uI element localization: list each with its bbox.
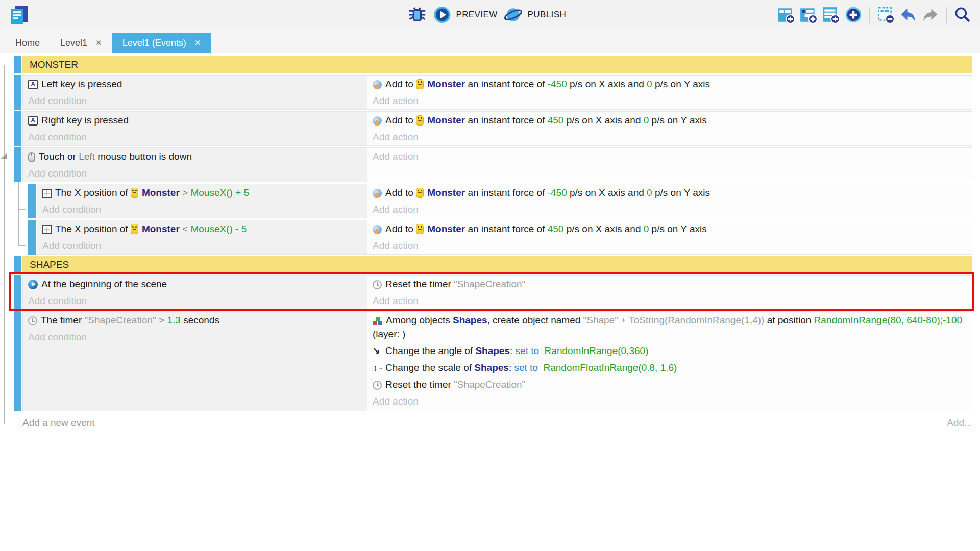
add-condition-button[interactable]: Add condition [23,92,367,109]
add-event-button[interactable] [777,6,795,24]
event-drag-bar[interactable] [14,311,21,411]
actions-cell[interactable]: Add to Monster an instant force of -450 … [368,184,972,218]
event-drag-bar[interactable] [14,256,21,273]
conditions-cell[interactable]: Touch or Left mouse button is down Add c… [23,148,368,182]
action-text[interactable]: Add to Monster an instant force of -450 … [368,76,972,92]
collapse-expander-icon[interactable] [1,153,7,159]
condition-text[interactable]: Touch or Left mouse button is down [23,148,367,165]
tab-close-icon[interactable]: ✕ [95,38,102,47]
actions-cell[interactable]: Among objects Shapes, create object name… [368,312,972,411]
action-text[interactable]: Among objects Shapes, create object name… [368,312,972,342]
angle-icon [373,347,382,356]
add-condition-button[interactable]: Add condition [23,129,367,145]
condition-text[interactable]: Left key is pressed [23,76,367,92]
event-timer-shapecreation: The timer "ShapeCreation" > 1.3 seconds … [14,311,972,411]
add-subevent-button[interactable] [799,6,818,24]
conditions-cell[interactable]: The X position of Monster > MouseX() + 5… [37,184,368,218]
event-drag-bar[interactable] [14,275,21,310]
add-subevent-icon [799,6,818,24]
condition-text[interactable]: The timer "ShapeCreation" > 1.3 seconds [23,312,367,329]
actions-cell[interactable]: Reset the timer "ShapeCreation" Add acti… [368,276,972,309]
publish-button[interactable]: PUBLISH [504,5,567,24]
condition-text[interactable]: The X position of Monster > MouseX() + 5 [37,184,367,201]
action-text[interactable]: Add to Monster an instant force of -450 … [368,184,972,201]
add-action-button[interactable]: Add action [368,237,972,254]
tab-bar: Home Level1 ✕ Level1 (Events) ✕ [0,29,980,53]
tree-line [4,65,5,424]
tab-label: Level1 [60,38,87,48]
add-action-button[interactable]: Add action [368,393,972,410]
event-drag-bar[interactable] [14,56,21,73]
tab-close-icon[interactable]: ✕ [194,38,201,47]
delete-selection-button[interactable] [876,6,895,24]
action-text[interactable]: Change the angle of Shapes: set to Rando… [368,342,972,359]
add-action-button[interactable]: Add action [368,292,972,309]
event-drag-bar[interactable] [28,220,36,255]
action-text[interactable]: Add to Monster an instant force of 450 p… [368,220,972,237]
redo-button[interactable] [921,6,940,24]
search-button[interactable] [953,6,972,24]
debug-button[interactable] [407,5,427,24]
add-action-button[interactable]: Add action [368,92,972,109]
pos-icon [42,225,52,234]
condition-text[interactable]: Right key is pressed [23,112,367,129]
app-logo[interactable] [8,4,30,26]
actions-cell[interactable]: Add to Monster an instant force of 450 p… [368,112,972,145]
add-action-button[interactable]: Add action [368,201,972,218]
force-icon [373,189,382,198]
search-icon [953,6,972,24]
group-header-shapes[interactable]: SHAPES [14,256,972,273]
add-condition-button[interactable]: Add condition [37,201,367,218]
timer-icon [28,316,37,325]
conditions-cell[interactable]: Left key is pressed Add condition [23,76,368,109]
add-more-link[interactable]: Add... [947,417,972,429]
add-new-event-button[interactable]: Add a new event [22,417,95,429]
action-text[interactable]: Change the scale of Shapes: set to Rando… [368,359,972,376]
timer-icon [373,381,382,390]
add-condition-button[interactable]: Add condition [23,292,367,309]
tree-tick [4,424,10,424]
condition-text[interactable]: The X position of Monster < MouseX() - 5 [37,220,367,237]
tab-level1-scene[interactable]: Level1 ✕ [50,33,112,53]
action-text[interactable]: Add to Monster an instant force of 450 p… [368,112,972,129]
event-drag-bar[interactable] [14,75,21,110]
event-drag-bar[interactable] [28,184,36,218]
tree-tick [4,320,10,320]
actions-cell[interactable]: Add to Monster an instant force of 450 p… [368,220,972,254]
force-icon [373,80,382,89]
add-comment-icon [822,6,840,24]
key-icon [28,116,38,126]
actions-cell[interactable]: Add action [368,148,972,182]
condition-text[interactable]: At the beginning of the scene [23,276,367,292]
conditions-cell[interactable]: At the beginning of the scene Add condit… [23,276,368,309]
subtree-line [18,182,19,245]
preview-button[interactable]: PREVIEW [433,6,497,24]
add-condition-button[interactable]: Add condition [37,237,367,254]
subevent-xpos-less: The X position of Monster < MouseX() - 5… [28,220,972,255]
pos-icon [42,189,52,198]
add-more-button[interactable] [844,6,863,24]
add-comment-button[interactable] [822,6,840,24]
add-action-button[interactable]: Add action [368,148,972,165]
action-text[interactable]: Reset the timer "ShapeCreation" [368,276,972,292]
conditions-cell[interactable]: The X position of Monster < MouseX() - 5… [37,220,368,254]
conditions-cell[interactable]: The timer "ShapeCreation" > 1.3 seconds … [23,312,368,411]
tab-home[interactable]: Home [5,33,50,53]
subtree-tick [18,245,26,246]
add-condition-button[interactable]: Add condition [23,165,367,182]
event-drag-bar[interactable] [14,147,21,182]
tab-label: Level1 (Events) [122,38,186,48]
conditions-cell[interactable]: Right key is pressed Add condition [23,112,368,145]
group-header-monster[interactable]: MONSTER [14,56,972,73]
tab-level1-events[interactable]: Level1 (Events) ✕ [112,33,211,53]
event-touch-mouse: Touch or Left mouse button is down Add c… [14,147,972,182]
add-action-button[interactable]: Add action [368,129,972,145]
events-sheet: MONSTER Left key is pressed Add conditio… [0,53,980,429]
event-drag-bar[interactable] [14,111,21,146]
redo-icon [921,6,940,24]
actions-cell[interactable]: Add to Monster an instant force of -450 … [368,76,972,109]
monster-icon [131,188,138,198]
undo-button[interactable] [899,6,917,24]
add-condition-button[interactable]: Add condition [23,329,367,345]
action-text[interactable]: Reset the timer "ShapeCreation" [368,376,972,393]
